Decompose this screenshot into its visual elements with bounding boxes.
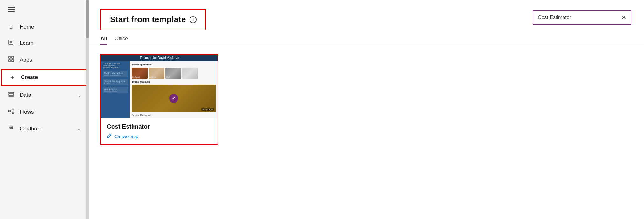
app-preview: Estimate for David Veskovo 1/15/2015 12:… [101,55,218,118]
sidebar-scrollbar[interactable] [86,0,89,219]
app-preview-sidebar-panel: 1/15/2015 12:00 PM David Veskovo Bellevu… [101,61,130,118]
svg-line-15 [10,111,12,112]
home-icon: ⌂ [8,23,15,30]
data-chevron-icon: ⌄ [77,93,81,98]
app-preview-floor: ✓ $7.39/sq ft [132,85,216,112]
checkmark-icon: ✓ [169,94,178,103]
top-area: Start from template i ✕ [89,0,644,30]
svg-point-20 [11,125,11,125]
sidebar-select-flooring: Select flooring style Interior [103,79,128,85]
chatbots-chevron-icon: ⌄ [77,126,81,131]
sidebar-item-home-label: Home [20,24,81,30]
svg-rect-8 [9,92,14,93]
card-title: Cost Estimator [107,123,212,130]
sidebar-item-data[interactable]: Data ⌄ [0,87,89,103]
flows-icon [8,108,15,116]
svg-line-21 [110,135,111,136]
material-laminate: Laminate [149,68,164,79]
types-available-label: Types available [132,80,216,83]
section-title-box: Start from template i [100,9,206,30]
svg-point-13 [12,112,14,114]
price-display: $7.39/sq ft [201,108,214,111]
section-title: Start from template [110,15,186,24]
tabs-area: All Office [89,30,644,45]
search-input[interactable] [538,15,621,20]
svg-rect-10 [9,96,14,96]
sidebar-scrollbar-thumb [86,0,89,38]
svg-point-17 [10,127,11,128]
app-preview-content-panel: Flooring material Hardwood Laminate Viny… [130,61,218,118]
create-icon: + [9,73,16,82]
sidebar-add-photos: Add photos Capture photos [103,87,128,93]
search-clear-button[interactable]: ✕ [621,14,626,21]
template-card-cost-estimator[interactable]: Estimate for David Veskovo 1/15/2015 12:… [100,54,218,145]
material-name: Belisian Rosewood [132,113,216,116]
info-icon[interactable]: i [190,16,197,23]
sidebar-item-data-label: Data [20,92,72,98]
main-content: Start from template i ✕ All Office Estim… [89,0,644,219]
apps-icon [8,56,15,64]
sidebar-basic-info: Basic information Room specifications [103,71,128,77]
svg-rect-4 [9,56,10,58]
cards-area: Estimate for David Veskovo 1/15/2015 12:… [89,45,644,154]
svg-point-18 [11,127,12,128]
card-info: Cost Estimator Canvas app [101,118,218,144]
card-type: Canvas app [107,133,212,139]
sidebar-item-flows-label: Flows [20,109,81,115]
chatbots-icon [8,125,15,133]
sidebar-item-create[interactable]: + Create [1,69,87,86]
sidebar-nav: ⌂ Home Learn [0,17,89,140]
tab-office[interactable]: Office [114,36,128,45]
sidebar-item-chatbots-label: Chatbots [20,126,72,132]
sidebar-item-learn[interactable]: Learn [0,35,89,51]
flooring-material-label: Flooring material [132,63,216,66]
sidebar-item-apps-label: Apps [20,57,81,63]
sidebar-item-create-label: Create [21,74,80,81]
menu-button[interactable] [0,0,89,17]
sidebar-item-chatbots[interactable]: Chatbots ⌄ [0,120,89,137]
flooring-materials: Hardwood Laminate Vinyl [132,68,216,79]
search-box: ✕ [533,10,631,25]
svg-point-11 [9,110,10,112]
material-vinyl: Vinyl [165,68,181,79]
tab-all[interactable]: All [100,36,107,45]
sidebar: ⌂ Home Learn [0,0,89,219]
sidebar-item-flows[interactable]: Flows [0,103,89,120]
svg-line-14 [10,110,12,111]
card-image: Estimate for David Veskovo 1/15/2015 12:… [101,55,218,118]
app-preview-header: Estimate for David Veskovo [101,55,218,61]
material-hardwood: Hardwood [132,68,148,79]
app-preview-body: 1/15/2015 12:00 PM David Veskovo Bellevu… [101,61,218,118]
sidebar-item-home[interactable]: ⌂ Home [0,19,89,35]
card-type-label: Canvas app [114,134,138,139]
svg-point-16 [10,126,13,129]
sidebar-item-learn-label: Learn [20,40,81,46]
material-tile [182,68,198,79]
hamburger-icon [6,6,82,13]
sidebar-item-apps[interactable]: Apps [0,51,89,68]
pencil-icon [107,133,112,139]
svg-rect-5 [12,56,14,58]
data-icon [8,91,15,99]
learn-icon [8,39,15,47]
svg-point-12 [12,109,14,110]
svg-rect-7 [12,60,14,62]
svg-rect-9 [9,94,14,95]
svg-rect-6 [9,60,10,62]
